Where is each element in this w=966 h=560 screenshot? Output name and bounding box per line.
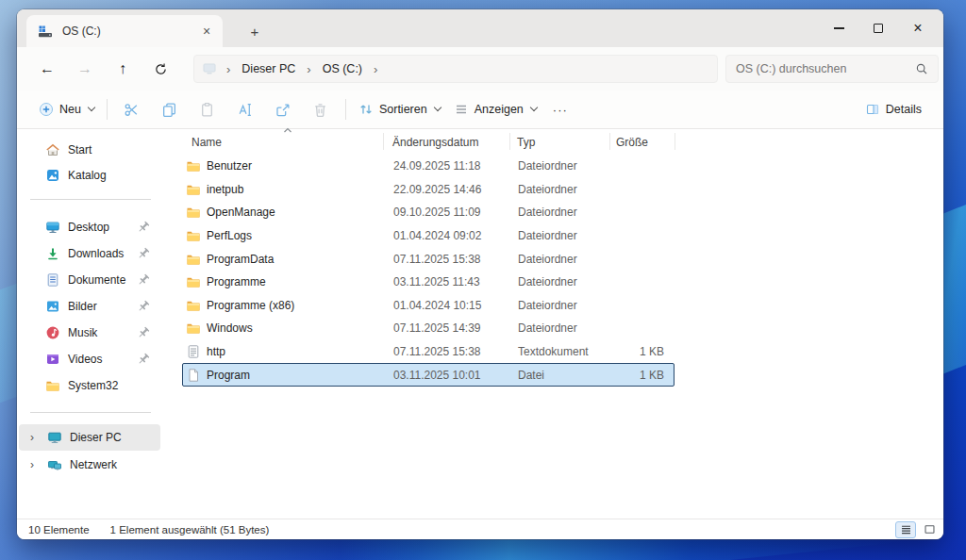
sidebar-item-desktop[interactable]: Desktop (19, 216, 160, 239)
copy-button[interactable] (151, 95, 189, 124)
sidebar-item-label: Netzwerk (70, 458, 160, 471)
minimize-icon (834, 27, 844, 28)
network-icon (47, 457, 62, 472)
large-icons-view-icon (924, 523, 936, 535)
file-type-icon (186, 344, 201, 359)
sidebar-item-dokumente[interactable]: Dokumente (19, 269, 160, 291)
file-row[interactable]: Programme 03.11.2025 11:43 Dateiordner (182, 271, 675, 294)
sidebar-item-dieser-pc[interactable]: › Dieser PC (19, 424, 160, 451)
search-input[interactable] (736, 62, 915, 75)
view-button-label: Anzeigen (475, 103, 524, 116)
breadcrumb-separator-icon: › (307, 62, 310, 76)
view-button[interactable]: Anzeigen (447, 97, 543, 122)
sidebar-item-start[interactable]: Start (19, 139, 160, 161)
file-type-label: Dateiordner (518, 206, 617, 219)
file-row[interactable]: Benutzer 24.09.2025 11:18 Dateiordner (182, 155, 675, 178)
tab-os-c[interactable]: OS (C:) × (26, 15, 223, 47)
close-button[interactable]: × (898, 9, 938, 47)
file-date: 01.04.2024 09:02 (393, 229, 518, 242)
tab-strip: OS (C:) × + × (17, 9, 943, 47)
details-pane-button[interactable]: Details (858, 97, 928, 122)
sidebar-item-label: Downloads (68, 247, 136, 260)
tree-expand-icon[interactable]: › (30, 458, 34, 471)
refresh-button[interactable] (142, 54, 179, 84)
new-tab-button[interactable]: + (243, 21, 266, 41)
maximize-icon (874, 24, 883, 33)
back-button[interactable]: ← (28, 54, 66, 84)
chevron-down-icon (530, 104, 538, 111)
file-size: 1 KB (617, 369, 672, 382)
column-divider[interactable] (609, 133, 610, 150)
file-name: inetpub (207, 183, 393, 196)
file-date: 07.11.2025 15:38 (393, 345, 518, 358)
window-controls: × (819, 9, 938, 47)
file-type-icon (186, 158, 201, 173)
tab-close-icon[interactable]: × (198, 23, 215, 40)
computer-icon (47, 430, 62, 445)
details-view-button[interactable] (895, 521, 916, 538)
maximize-button[interactable] (858, 9, 898, 47)
file-type-label: Dateiordner (518, 299, 617, 312)
file-row[interactable]: Program 03.11.2025 10:01 Datei 1 KB (182, 363, 675, 387)
breadcrumb-item-dieser-pc[interactable]: Dieser PC (240, 60, 297, 77)
up-button[interactable]: ↑ (104, 54, 142, 84)
file-date: 07.11.2025 14:39 (393, 321, 518, 335)
column-header-date[interactable]: Änderungsdatum (392, 136, 478, 149)
sidebar-item-netzwerk[interactable]: › Netzwerk (19, 453, 160, 476)
sidebar-item-system32[interactable]: System32 (19, 374, 160, 397)
file-row[interactable]: http 07.11.2025 15:38 Textdokument 1 KB (182, 340, 675, 364)
forward-button[interactable]: → (66, 54, 104, 84)
video-icon (45, 352, 60, 367)
breadcrumb-item-os-c[interactable]: OS (C:) (321, 60, 364, 77)
column-headers: Name Änderungsdatum Typ Größe (165, 129, 703, 155)
content-area: Start Katalog Desktop (17, 129, 943, 519)
sidebar-item-videos[interactable]: Videos (19, 348, 160, 371)
paste-button[interactable] (189, 95, 226, 124)
column-header-type[interactable]: Typ (517, 136, 535, 149)
column-divider[interactable] (675, 133, 675, 150)
scissors-icon (124, 102, 140, 118)
more-options-button[interactable]: ··· (543, 99, 577, 121)
file-type-icon (186, 205, 201, 220)
share-button[interactable] (264, 95, 302, 124)
column-header-name[interactable]: Name (192, 136, 222, 149)
file-type-label: Textdokument (518, 345, 617, 358)
sort-arrows-icon (358, 102, 374, 117)
file-row[interactable]: PerfLogs 01.04.2024 09:02 Dateiordner (182, 224, 675, 248)
file-date: 07.11.2025 15:38 (393, 253, 518, 266)
column-divider[interactable] (509, 133, 510, 150)
new-button[interactable]: Neu (32, 97, 101, 122)
sidebar-item-label: Musik (68, 326, 136, 339)
column-header-size[interactable]: Größe (616, 136, 648, 149)
large-icons-view-button[interactable] (919, 521, 940, 538)
rename-button[interactable] (226, 95, 264, 124)
sidebar-item-katalog[interactable]: Katalog (19, 164, 160, 187)
file-row[interactable]: Programme (x86) 01.04.2024 10:15 Dateior… (182, 294, 675, 318)
cut-button[interactable] (113, 95, 151, 124)
file-row[interactable]: Windows 07.11.2025 14:39 Dateiordner (182, 317, 675, 340)
sidebar-item-musik[interactable]: Musik (19, 321, 160, 344)
sort-button[interactable]: Sortieren (352, 97, 447, 122)
sidebar-item-downloads[interactable]: Downloads (19, 242, 160, 265)
file-row[interactable]: ProgramData 07.11.2025 15:38 Dateiordner (182, 247, 675, 271)
file-list: Name Änderungsdatum Typ Größe (165, 129, 703, 519)
file-row[interactable]: inetpub 22.09.2025 14:46 Dateiordner (182, 178, 675, 202)
file-date: 03.11.2025 10:01 (393, 369, 518, 382)
file-type-icon (186, 252, 201, 267)
file-row[interactable]: OpenManage 09.10.2025 11:09 Dateiordner (182, 201, 675, 224)
file-type-icon (186, 274, 201, 289)
file-name: OpenManage (207, 206, 393, 219)
sidebar-item-bilder[interactable]: Bilder (19, 295, 160, 318)
breadcrumb[interactable]: › Dieser PC › OS (C:) › (193, 55, 718, 83)
minimize-button[interactable] (819, 9, 858, 47)
plus-circle-icon (39, 102, 54, 117)
toolbar-divider (107, 99, 108, 120)
tree-expand-icon[interactable]: › (30, 431, 34, 444)
details-pane-icon (865, 102, 880, 117)
column-divider[interactable] (383, 133, 384, 150)
pin-icon (136, 246, 151, 261)
status-bar: 10 Elemente 1 Element ausgewählt (51 Byt… (17, 519, 943, 539)
sidebar-item-label: Bilder (68, 300, 136, 313)
delete-button[interactable] (302, 95, 340, 124)
folder-icon (45, 378, 60, 393)
